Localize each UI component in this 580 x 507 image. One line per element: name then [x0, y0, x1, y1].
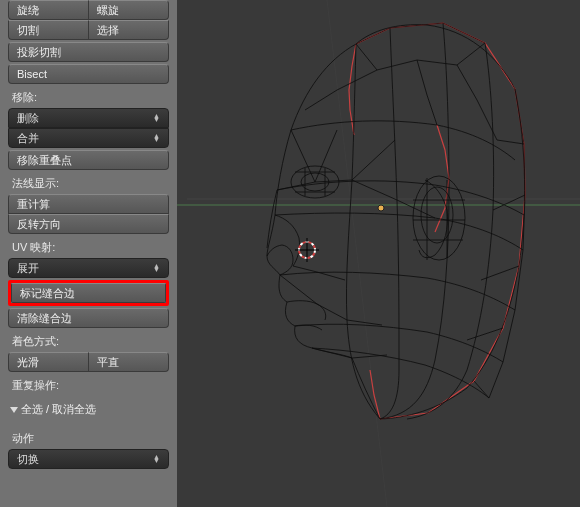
- delete-label: 删除: [17, 112, 39, 125]
- shading-row: 光滑 平直: [8, 352, 169, 372]
- disclosure-triangle-icon: [10, 407, 18, 413]
- shade-smooth-button[interactable]: 光滑: [8, 352, 88, 372]
- merge-menu[interactable]: 合并 ▲▼: [8, 128, 169, 148]
- 3d-cursor-icon: [295, 238, 319, 262]
- svg-point-7: [421, 187, 453, 243]
- svg-point-3: [378, 205, 384, 211]
- 3d-viewport[interactable]: [177, 0, 580, 507]
- knife-project-button[interactable]: 投影切割: [8, 42, 169, 62]
- select-panel-header[interactable]: 全选 / 取消全选: [8, 396, 169, 421]
- updown-icon: ▲▼: [153, 264, 160, 272]
- flip-normals-button[interactable]: 反转方向: [8, 214, 169, 234]
- delete-menu[interactable]: 删除 ▲▼: [8, 108, 169, 128]
- action-value: 切换: [17, 453, 39, 466]
- uv-label: UV 映射:: [8, 234, 169, 258]
- updown-icon: ▲▼: [153, 114, 160, 122]
- action-menu[interactable]: 切换 ▲▼: [8, 449, 169, 469]
- tool-sidebar: 旋绕 螺旋 切割 选择 投影切割 Bisect 移除: 删除 ▲▼ 合并 ▲▼ …: [0, 0, 177, 507]
- wireframe-mesh: [177, 0, 580, 507]
- unwrap-menu[interactable]: 展开 ▲▼: [8, 258, 169, 278]
- updown-icon: ▲▼: [153, 455, 160, 463]
- clear-seam-button[interactable]: 清除缝合边: [8, 308, 169, 328]
- knife-row: 切割 选择: [8, 20, 169, 40]
- select-panel-title: 全选 / 取消全选: [21, 402, 96, 417]
- repeat-label: 重复操作:: [8, 372, 169, 396]
- unwrap-label: 展开: [17, 262, 39, 275]
- shade-flat-button[interactable]: 平直: [88, 352, 169, 372]
- highlight-annotation: 标记缝合边: [8, 280, 169, 306]
- bisect-button[interactable]: Bisect: [8, 64, 169, 84]
- svg-line-2: [327, 0, 387, 507]
- select-button[interactable]: 选择: [88, 20, 169, 40]
- remove-label: 移除:: [8, 84, 169, 108]
- shading-label: 着色方式:: [8, 328, 169, 352]
- remove-doubles-button[interactable]: 移除重叠点: [8, 150, 169, 170]
- recalc-normals-button[interactable]: 重计算: [8, 194, 169, 214]
- action-label: 动作: [8, 421, 169, 449]
- spin-row: 旋绕 螺旋: [8, 0, 169, 20]
- normals-label: 法线显示:: [8, 170, 169, 194]
- mark-seam-button[interactable]: 标记缝合边: [11, 283, 166, 303]
- screw-button[interactable]: 螺旋: [88, 0, 169, 20]
- updown-icon: ▲▼: [153, 134, 160, 142]
- merge-label: 合并: [17, 132, 39, 145]
- knife-button[interactable]: 切割: [8, 20, 88, 40]
- spin-button[interactable]: 旋绕: [8, 0, 88, 20]
